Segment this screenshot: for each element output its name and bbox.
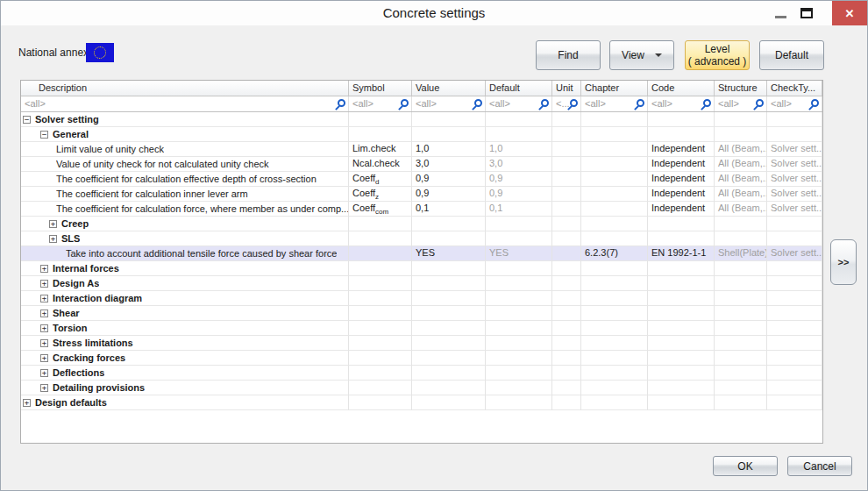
table-row[interactable]: +Detailing provisions [21, 381, 822, 395]
view-button[interactable]: View [609, 40, 674, 70]
search-icon[interactable] [398, 99, 409, 110]
expand-panel-label: >> [838, 257, 850, 267]
column-header-code[interactable]: Code [648, 81, 715, 96]
search-icon[interactable] [567, 99, 578, 110]
table-row[interactable]: +Deflections [21, 366, 822, 381]
table-row[interactable]: +Interaction diagram [21, 291, 822, 306]
row-value[interactable] [412, 395, 486, 410]
search-icon[interactable] [335, 99, 345, 110]
row-value[interactable] [412, 276, 486, 291]
expand-icon[interactable]: + [40, 295, 48, 302]
row-value[interactable] [412, 261, 486, 276]
search-icon[interactable] [538, 99, 549, 110]
expand-icon[interactable]: + [40, 310, 48, 317]
row-value[interactable] [412, 366, 486, 381]
cancel-button[interactable]: Cancel [787, 456, 852, 476]
default-button[interactable]: Default [759, 40, 824, 70]
row-value[interactable]: 0,9 [412, 187, 486, 202]
filter-input-default[interactable]: <all> [486, 96, 552, 111]
table-row[interactable]: +Design defaults [21, 395, 822, 410]
table-row[interactable]: Value of unity check for not calculated … [21, 157, 822, 172]
row-value[interactable]: 1,0 [412, 142, 486, 157]
row-structure [715, 276, 767, 291]
table-row[interactable]: −General [21, 127, 822, 142]
table-row[interactable]: The coefficient for calculation force, w… [21, 202, 822, 217]
table-row[interactable]: +Design As [21, 276, 822, 291]
level-button[interactable]: Level ( advanced ) [685, 40, 750, 70]
table-row[interactable]: +Torsion [21, 321, 822, 336]
eu-flag-icon[interactable] [86, 43, 114, 62]
row-symbol [349, 306, 412, 321]
column-header-symbol[interactable]: Symbol [349, 81, 412, 96]
table-row[interactable]: +Stress limitations [21, 336, 822, 351]
row-value[interactable]: 0,1 [412, 202, 486, 217]
filter-input-code[interactable]: <all> [648, 96, 715, 111]
row-symbol [349, 321, 412, 336]
filter-input-chapter[interactable]: <all> [581, 96, 648, 111]
search-icon[interactable] [753, 99, 764, 110]
close-button[interactable]: ✕ [832, 1, 867, 25]
search-icon[interactable] [808, 99, 819, 110]
row-value[interactable] [412, 321, 486, 336]
search-icon[interactable] [701, 99, 711, 110]
expand-icon[interactable]: + [49, 220, 57, 228]
row-value[interactable] [412, 112, 486, 127]
expand-icon[interactable]: + [40, 354, 48, 362]
filter-input-value[interactable]: <all> [412, 96, 486, 111]
maximize-button[interactable] [793, 1, 820, 25]
expand-icon[interactable]: + [40, 324, 48, 332]
row-value[interactable] [412, 217, 486, 231]
filter-input-structure[interactable]: <all> [715, 96, 767, 111]
row-value[interactable]: YES [412, 246, 486, 261]
search-icon[interactable] [634, 99, 644, 110]
table-row[interactable]: Limit value of unity checkLim.check1,01,… [21, 142, 822, 157]
table-row[interactable]: +Internal forces [21, 261, 822, 276]
row-default [486, 261, 552, 276]
column-header-checktype[interactable]: CheckTy... [767, 81, 822, 96]
row-value[interactable]: 3,0 [412, 157, 486, 172]
expand-icon[interactable]: + [23, 399, 31, 407]
table-row[interactable]: +SLS [21, 231, 822, 246]
table-row[interactable]: Take into account additional tensile for… [21, 246, 822, 261]
expand-icon[interactable]: + [40, 280, 48, 288]
filter-input-description[interactable]: <all> [21, 96, 349, 111]
symbol-text: Coeff [352, 203, 375, 213]
expand-panel-button[interactable]: >> [830, 239, 857, 285]
row-value[interactable] [412, 291, 486, 306]
expand-icon[interactable]: + [40, 369, 48, 377]
row-value[interactable] [412, 381, 486, 395]
column-header-default[interactable]: Default [486, 81, 552, 96]
collapse-icon[interactable]: − [23, 116, 31, 124]
collapse-icon[interactable]: − [40, 131, 48, 139]
row-value[interactable] [412, 336, 486, 351]
expand-icon[interactable]: + [49, 235, 57, 243]
column-header-chapter[interactable]: Chapter [581, 81, 648, 96]
row-value[interactable] [412, 351, 486, 366]
column-header-structure[interactable]: Structure [715, 81, 767, 96]
table-row[interactable]: The coefficient for calculation inner le… [21, 187, 822, 202]
row-value[interactable]: 0,9 [412, 172, 486, 187]
column-header-description[interactable]: Description [21, 81, 349, 96]
filter-input-unit[interactable]: <... [552, 96, 581, 111]
expand-icon[interactable]: + [40, 339, 48, 347]
table-row[interactable]: +Shear [21, 306, 822, 321]
find-button[interactable]: Find [536, 40, 601, 70]
column-header-unit[interactable]: Unit [552, 81, 581, 96]
table-row[interactable]: −Solver setting [21, 112, 822, 127]
row-symbol [349, 217, 412, 231]
expand-icon[interactable]: + [40, 384, 48, 392]
column-header-value[interactable]: Value [412, 81, 486, 96]
row-value[interactable] [412, 231, 486, 246]
minimize-button[interactable] [767, 1, 793, 25]
filter-input-symbol[interactable]: <all> [349, 96, 412, 111]
table-row[interactable]: +Creep [21, 217, 822, 231]
table-row[interactable]: +Cracking forces [21, 351, 822, 366]
table-row[interactable]: The coefficient for calculation effectiv… [21, 172, 822, 187]
row-value[interactable] [412, 127, 486, 142]
row-default: 0,1 [486, 202, 552, 217]
expand-icon[interactable]: + [40, 265, 48, 273]
ok-button[interactable]: OK [713, 456, 778, 476]
row-value[interactable] [412, 306, 486, 321]
search-icon[interactable] [472, 99, 482, 110]
filter-input-checktype[interactable]: <all> [767, 96, 822, 111]
